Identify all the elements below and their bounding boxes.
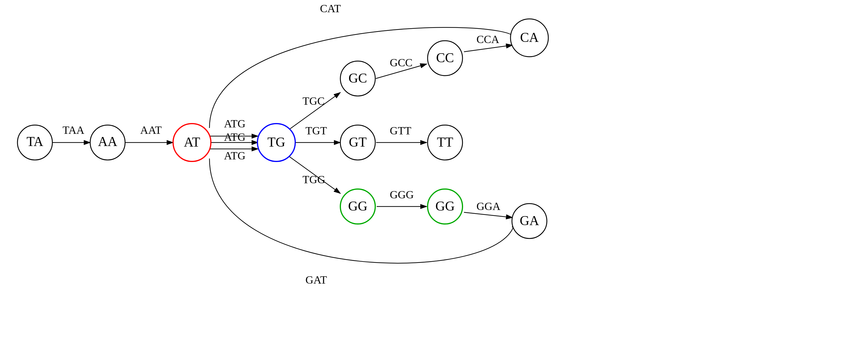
- edge-label-GTT: GTT: [390, 125, 411, 137]
- edge-label-ATG-2: ATG: [224, 131, 246, 143]
- edge-label-TGC: TGC: [303, 95, 324, 107]
- node-label-CA: CA: [520, 30, 539, 45]
- edge-label-GCC: GCC: [390, 57, 412, 69]
- edge-label-GGG: GGG: [390, 189, 414, 201]
- edge-label-GGA: GGA: [476, 200, 501, 212]
- node-label-TT: TT: [437, 135, 453, 150]
- edge-GG2-GA: [464, 212, 513, 218]
- node-label-GA: GA: [520, 213, 539, 228]
- edge-label-ATG-1: ATG: [224, 118, 246, 130]
- node-label-AA: AA: [98, 134, 117, 149]
- edge-label-TGT: TGT: [305, 125, 327, 137]
- node-label-GG1: GG: [348, 199, 367, 214]
- node-label-CC: CC: [436, 50, 454, 65]
- edge-label-CAT: CAT: [320, 2, 341, 14]
- node-label-GG2: GG: [435, 199, 455, 214]
- edge-label-GAT: GAT: [305, 274, 327, 286]
- node-label-GC: GC: [348, 71, 367, 86]
- edge-label-TGG: TGG: [303, 173, 325, 186]
- edge-label-TAA: TAA: [63, 124, 85, 136]
- node-label-GT: GT: [349, 135, 367, 150]
- edge-CC-CA: [464, 45, 513, 52]
- node-label-AT: AT: [184, 135, 200, 150]
- node-label-TA: TA: [27, 134, 43, 149]
- node-label-TG: TG: [267, 135, 285, 150]
- edge-label-AAT: AAT: [140, 124, 162, 136]
- edge-label-CCA: CCA: [476, 33, 499, 45]
- edge-label-ATG-3: ATG: [224, 150, 246, 162]
- graph-diagram: CAT GAT TAA AAT ATG ATG ATG TGC TGT TGG …: [0, 0, 868, 356]
